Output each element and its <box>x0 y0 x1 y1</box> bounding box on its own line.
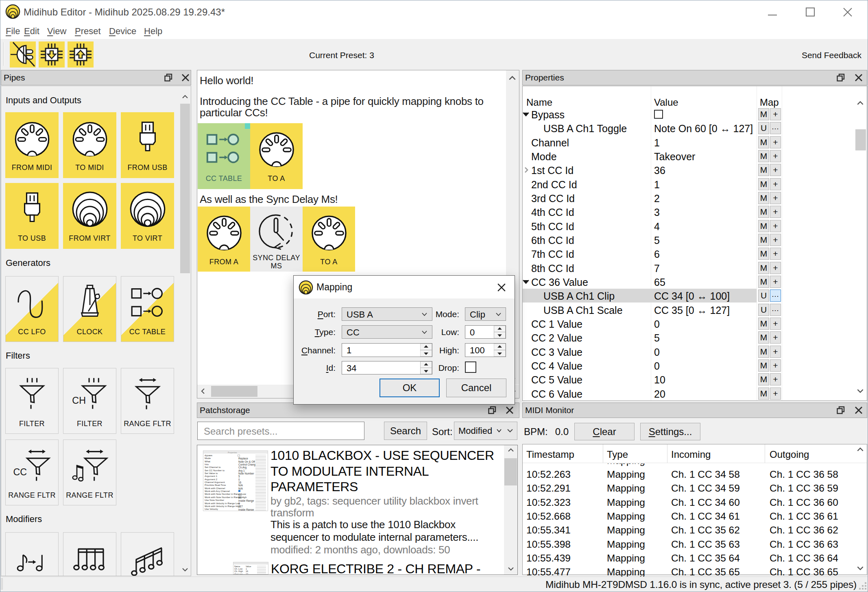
svg-text:CC: CC <box>13 467 27 477</box>
svg-text:CH: CH <box>72 395 86 406</box>
